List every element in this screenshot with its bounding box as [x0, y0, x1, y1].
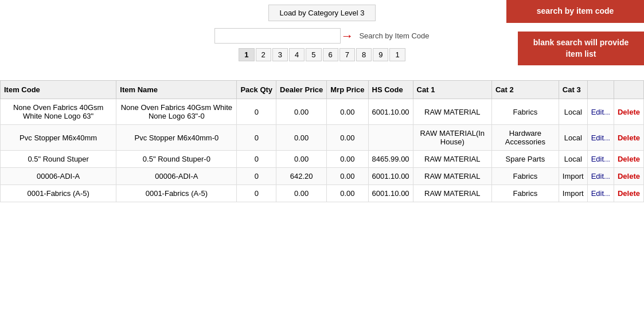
cell-pack-qty: 0: [237, 99, 276, 125]
page-1-button[interactable]: 1: [239, 48, 254, 61]
cell-mrp-price: 0.00: [327, 185, 368, 202]
cell-hs-code: [368, 125, 413, 151]
cell-cat2: Fabrics: [491, 99, 559, 125]
cell-cat2: Fabrics: [491, 185, 559, 202]
cell-dealer-price: 0.00: [276, 99, 327, 125]
page-next-button[interactable]: 1: [389, 48, 405, 61]
page-3-button[interactable]: 3: [272, 48, 288, 61]
page-8-button[interactable]: 8: [356, 48, 372, 61]
cell-cat2: Fabrics: [491, 168, 559, 185]
cell-mrp-price: 0.00: [327, 151, 368, 168]
cell-cat2: Spare Parts: [491, 151, 559, 168]
edit-link[interactable]: Edit...: [591, 172, 610, 180]
delete-link[interactable]: Delete: [618, 172, 640, 180]
tooltip-search-by-item-code: search by item code: [506, 0, 644, 23]
cell-item-code: Pvc Stopper M6x40mm: [1, 125, 116, 151]
page-9-button[interactable]: 9: [373, 48, 388, 61]
search-label: Search by Item Code: [354, 32, 429, 40]
col-cat3: Cat 3: [559, 81, 587, 99]
delete-link[interactable]: Delete: [618, 189, 640, 198]
main-wrapper: search by item code blank search will pr…: [0, 0, 644, 202]
cell-hs-code: 8465.99.00: [368, 151, 413, 168]
col-hs-code: HS Code: [368, 81, 413, 99]
cell-hs-code: 6001.10.00: [368, 168, 413, 185]
table-row: 0.5" Round Stuper 0.5" Round Stuper-0 0 …: [1, 151, 644, 168]
cell-hs-code: 6001.10.00: [368, 99, 413, 125]
cell-dealer-price: 0.00: [276, 185, 327, 202]
cell-delete[interactable]: Delete: [614, 151, 643, 168]
cell-cat3: Import: [559, 168, 587, 185]
edit-link[interactable]: Edit...: [591, 108, 610, 116]
controls-area: search by item code blank search will pr…: [0, 0, 644, 80]
table-row: None Oven Fabrics 40Gsm White None Logo …: [1, 99, 644, 125]
search-row: ← Search by Item Code: [214, 28, 429, 44]
cell-cat1: RAW MATERIAL(In House): [413, 125, 491, 151]
cell-delete[interactable]: Delete: [614, 125, 643, 151]
cell-item-code: 00006-ADI-A: [1, 168, 116, 185]
page-5-button[interactable]: 5: [306, 48, 321, 61]
cell-dealer-price: 0.00: [276, 151, 327, 168]
col-pack-qty: Pack Qty: [237, 81, 276, 99]
cell-cat1: RAW MATERIAL: [413, 99, 491, 125]
cell-pack-qty: 0: [237, 185, 276, 202]
col-item-code: Item Code: [1, 81, 116, 99]
cell-mrp-price: 0.00: [327, 99, 368, 125]
cell-item-name: Pvc Stopper M6x40mm-0: [116, 125, 237, 151]
cell-dealer-price: 0.00: [276, 125, 327, 151]
col-delete: [614, 81, 643, 99]
cell-dealer-price: 642.20: [276, 168, 327, 185]
cell-edit[interactable]: Edit...: [587, 99, 614, 125]
cell-edit[interactable]: Edit...: [587, 168, 614, 185]
cell-item-code: 0.5" Round Stuper: [1, 151, 116, 168]
cell-cat2: Hardware Accessories: [491, 125, 559, 151]
page-6-button[interactable]: 6: [323, 48, 338, 61]
col-item-name: Item Name: [116, 81, 237, 99]
load-category-button[interactable]: Load by Category Level 3: [268, 5, 375, 21]
delete-link[interactable]: Delete: [618, 155, 640, 163]
page-4-button[interactable]: 4: [289, 48, 305, 61]
edit-link[interactable]: Edit...: [591, 155, 610, 163]
col-mrp-price: Mrp Price: [327, 81, 368, 99]
edit-link[interactable]: Edit...: [591, 134, 610, 142]
pagination: 1 2 3 4 5 6 7 8 9 1: [239, 48, 405, 61]
cell-pack-qty: 0: [237, 125, 276, 151]
cell-pack-qty: 0: [237, 151, 276, 168]
cell-delete[interactable]: Delete: [614, 185, 643, 202]
cell-delete[interactable]: Delete: [614, 168, 643, 185]
table-row: 0001-Fabrics (A-5) 0001-Fabrics (A-5) 0 …: [1, 185, 644, 202]
cell-delete[interactable]: Delete: [614, 99, 643, 125]
items-table: Item Code Item Name Pack Qty Dealer Pric…: [0, 80, 644, 202]
cell-item-name: None Oven Fabrics 40Gsm White None Logo …: [116, 99, 237, 125]
page-2-button[interactable]: 2: [256, 48, 271, 61]
cell-edit[interactable]: Edit...: [587, 125, 614, 151]
search-input[interactable]: [214, 28, 341, 44]
cell-item-name: 0001-Fabrics (A-5): [116, 185, 237, 202]
cell-item-code: 0001-Fabrics (A-5): [1, 185, 116, 202]
cell-mrp-price: 0.00: [327, 125, 368, 151]
cell-edit[interactable]: Edit...: [587, 151, 614, 168]
cell-item-code: None Oven Fabrics 40Gsm White None Logo …: [1, 99, 116, 125]
cell-cat1: RAW MATERIAL: [413, 185, 491, 202]
cell-item-name: 00006-ADI-A: [116, 168, 237, 185]
cell-cat3: Local: [559, 99, 587, 125]
cell-cat3: Local: [559, 125, 587, 151]
table-row: Pvc Stopper M6x40mm Pvc Stopper M6x40mm-…: [1, 125, 644, 151]
col-edit: [587, 81, 614, 99]
edit-link[interactable]: Edit...: [591, 189, 610, 198]
left-arrow-icon: ←: [341, 29, 353, 44]
table-row: 00006-ADI-A 00006-ADI-A 0 642.20 0.00 60…: [1, 168, 644, 185]
delete-link[interactable]: Delete: [618, 108, 640, 116]
col-cat2: Cat 2: [491, 81, 559, 99]
col-cat1: Cat 1: [413, 81, 491, 99]
cell-cat1: RAW MATERIAL: [413, 168, 491, 185]
cell-mrp-price: 0.00: [327, 168, 368, 185]
delete-link[interactable]: Delete: [618, 134, 640, 142]
table-header-row: Item Code Item Name Pack Qty Dealer Pric…: [1, 81, 644, 99]
cell-pack-qty: 0: [237, 168, 276, 185]
col-dealer-price: Dealer Price: [276, 81, 327, 99]
page-7-button[interactable]: 7: [339, 48, 355, 61]
cell-edit[interactable]: Edit...: [587, 185, 614, 202]
cell-cat1: RAW MATERIAL: [413, 151, 491, 168]
tooltip-blank-search: blank search will provide item list: [518, 32, 644, 65]
cell-hs-code: 6001.10.00: [368, 185, 413, 202]
